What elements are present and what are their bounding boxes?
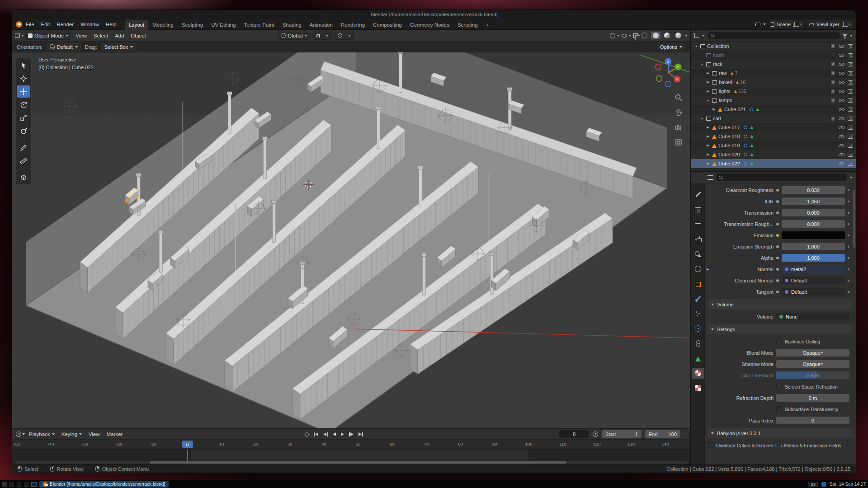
properties-tab-output[interactable] <box>692 219 704 230</box>
disable-render-icon[interactable] <box>848 89 853 94</box>
timeline-scrollbar[interactable] <box>15 461 688 464</box>
new-viewlayer-icon[interactable] <box>842 23 846 27</box>
keyframe-dot-icon[interactable] <box>848 223 849 225</box>
hide-eye-icon[interactable] <box>839 71 844 76</box>
disable-render-icon[interactable] <box>848 153 853 157</box>
disable-render-icon[interactable] <box>848 162 853 166</box>
decorator-dot-icon[interactable] <box>776 223 779 225</box>
jump-to-end-button[interactable] <box>358 432 364 437</box>
decorator-dot-icon[interactable] <box>776 189 779 192</box>
tool-rotate[interactable] <box>17 99 30 111</box>
expand-arrow-icon[interactable]: ▶ <box>707 267 709 271</box>
outliner-search-input[interactable] <box>708 32 840 39</box>
proportional-edit-widget[interactable] <box>335 32 354 40</box>
outliner-row-cube-019[interactable]: ▶Cube.019 <box>691 141 856 150</box>
timeline-menu-keying[interactable]: Keying <box>58 430 85 438</box>
chevron-down-icon[interactable] <box>685 35 688 37</box>
disable-render-icon[interactable] <box>848 144 853 148</box>
outliner-row-collection[interactable]: ▼Collection✓ <box>691 42 856 51</box>
outliner-row-cube-021[interactable]: ▶Cube.021 <box>691 105 856 114</box>
keyframe-dot-icon[interactable] <box>848 189 849 191</box>
current-frame-field[interactable]: 0 <box>559 430 589 438</box>
drag-setting-dropdown[interactable]: Select Box <box>101 43 137 51</box>
property-widget-field[interactable]: 0 m <box>776 394 849 402</box>
properties-tab-scene[interactable] <box>692 249 704 259</box>
disclosure-right-icon[interactable]: ▶ <box>712 108 716 111</box>
disable-render-icon[interactable] <box>848 71 853 75</box>
hide-eye-icon[interactable] <box>839 152 844 157</box>
snap-widget[interactable] <box>313 32 332 40</box>
hide-eye-icon[interactable] <box>839 44 844 49</box>
exclude-checkbox[interactable]: ✓ <box>830 89 835 94</box>
orientation-widget[interactable]: Global <box>278 32 310 40</box>
shading-rendered-button[interactable] <box>674 32 683 39</box>
workspace-tab-animation[interactable]: Animation <box>306 20 337 30</box>
exclude-checkbox[interactable] <box>830 53 835 58</box>
hide-eye-icon[interactable] <box>839 161 844 166</box>
keyframe-dot-icon[interactable] <box>848 212 849 214</box>
chevron-down-icon[interactable] <box>348 35 351 37</box>
outliner-row-cart[interactable]: ▼cart✓ <box>691 114 856 123</box>
outliner-row-cube-017[interactable]: ▶Cube.017 <box>691 123 856 132</box>
disclosure-right-icon[interactable]: ▶ <box>706 71 710 75</box>
zoom-icon[interactable] <box>674 93 683 102</box>
disable-render-icon[interactable] <box>848 44 853 48</box>
workspace-pager-icon[interactable] <box>17 482 21 487</box>
checkbox[interactable] <box>708 442 713 448</box>
disable-render-icon[interactable] <box>848 126 853 130</box>
add-workspace-button[interactable]: + <box>482 20 493 30</box>
workspace-tab-modeling[interactable]: Modeling <box>148 20 178 30</box>
section-volume[interactable]: Volume <box>708 299 853 310</box>
taskbar-clock[interactable]: Sat. 14 Sep 14:17 <box>830 482 866 487</box>
properties-tab-constraints[interactable] <box>692 338 704 349</box>
exclude-checkbox[interactable]: ✓ <box>830 62 835 67</box>
keyframe-dot-icon[interactable] <box>848 268 849 270</box>
menu-edit[interactable]: Edit <box>38 20 53 28</box>
property-widget-slider[interactable]: 0.500 <box>776 371 849 379</box>
outliner-row-baked[interactable]: ▶baked16✓ <box>691 78 856 87</box>
hide-eye-icon[interactable] <box>839 125 844 130</box>
property-widget-slider[interactable]: 0.000 <box>782 209 845 216</box>
decorator-dot-icon[interactable] <box>776 279 779 282</box>
property-widget-slider[interactable]: 0.000 <box>782 220 845 228</box>
timeline-ruler[interactable]: -50-40-30-20-100102030405060708090100110… <box>12 440 690 450</box>
property-widget-slider[interactable]: 1.000 <box>782 254 845 262</box>
unlink-scene-icon[interactable]: × <box>799 22 802 27</box>
keyframe-dot-icon[interactable] <box>848 257 849 259</box>
hide-eye-icon[interactable] <box>839 98 844 103</box>
menu-render[interactable]: Render <box>53 20 77 28</box>
editor-type-icon[interactable] <box>708 175 713 180</box>
hide-eye-icon[interactable] <box>839 134 844 139</box>
hide-eye-icon[interactable] <box>839 62 844 67</box>
viewport-menu-select[interactable]: Select <box>90 32 111 40</box>
viewlayer-selector[interactable]: ViewLayer × <box>807 20 853 28</box>
disable-render-icon[interactable] <box>848 135 853 139</box>
checkbox[interactable] <box>776 338 782 344</box>
snap-magnet-icon[interactable] <box>316 34 320 38</box>
property-widget-dropdown[interactable]: Opaque <box>776 360 849 368</box>
hide-eye-icon[interactable] <box>839 80 844 85</box>
filter-funnel-icon[interactable] <box>843 34 847 37</box>
property-widget-slider[interactable]: 1.450 <box>782 197 845 205</box>
keyframe-dot-icon[interactable] <box>848 246 849 248</box>
section-settings[interactable]: Settings <box>708 324 853 334</box>
scene-selector[interactable]: Scene × <box>769 20 805 28</box>
viewport-menu-view[interactable]: View <box>72 32 90 40</box>
disclosure-down-icon[interactable]: ▼ <box>700 117 704 120</box>
workspace-tab-sculpting[interactable]: Sculpting <box>178 20 207 30</box>
outliner-row-lights[interactable]: ▶lights135✓ <box>691 87 856 96</box>
properties-tab-tool[interactable] <box>692 189 704 200</box>
decorator-dot-icon[interactable] <box>776 257 779 259</box>
disclosure-right-icon[interactable]: ▶ <box>706 162 710 165</box>
properties-tab-texture[interactable] <box>692 383 704 394</box>
properties-tab-modifiers[interactable] <box>692 293 704 304</box>
disclosure-right-icon[interactable]: ▶ <box>706 153 710 156</box>
ortho-grid-icon[interactable] <box>674 138 683 147</box>
menu-file[interactable]: File <box>23 20 38 28</box>
window-titlebar[interactable]: Blender [/home/amalie/Desktop/blender/se… <box>12 10 856 19</box>
properties-tab-data[interactable] <box>692 353 704 364</box>
auto-keying-icon[interactable] <box>593 432 598 437</box>
workspace-tab-texture-paint[interactable]: Texture Paint <box>240 20 278 30</box>
workspace-tab-rendering[interactable]: Rendering <box>337 20 369 30</box>
property-widget-ref[interactable]: metal2 <box>782 265 845 273</box>
